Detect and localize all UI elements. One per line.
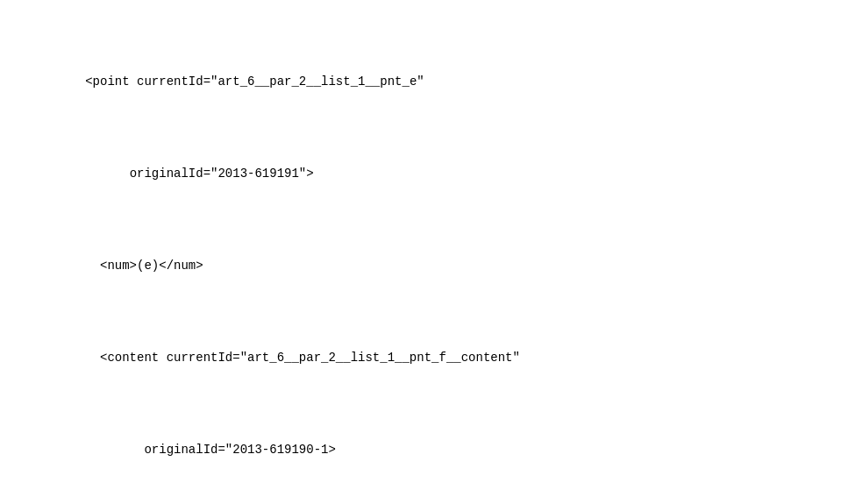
code-line: <num>(e)</num> [56,238,815,294]
code-line: <content currentId="art_6__par_2__list_1… [56,330,815,386]
code-line: originalId="2013-619190-1> [100,422,815,478]
code-text: <point currentId="art_6__par_2__list_1__… [85,75,424,89]
code-line: <point currentId="art_6__par_2__list_1__… [41,54,815,110]
code-text: originalId="2013-619190-1> [144,443,335,457]
code-line: originalId="2013-619191"> [85,146,815,202]
code-text: <content currentId="art_6__par_2__list_1… [100,351,520,365]
main-content: <point currentId="art_6__par_2__list_1__… [26,18,815,504]
code-section-1: <point currentId="art_6__par_2__list_1__… [26,18,815,504]
code-text: <num>(e)</num> [100,259,203,273]
code-text: originalId="2013-619191"> [130,167,314,181]
